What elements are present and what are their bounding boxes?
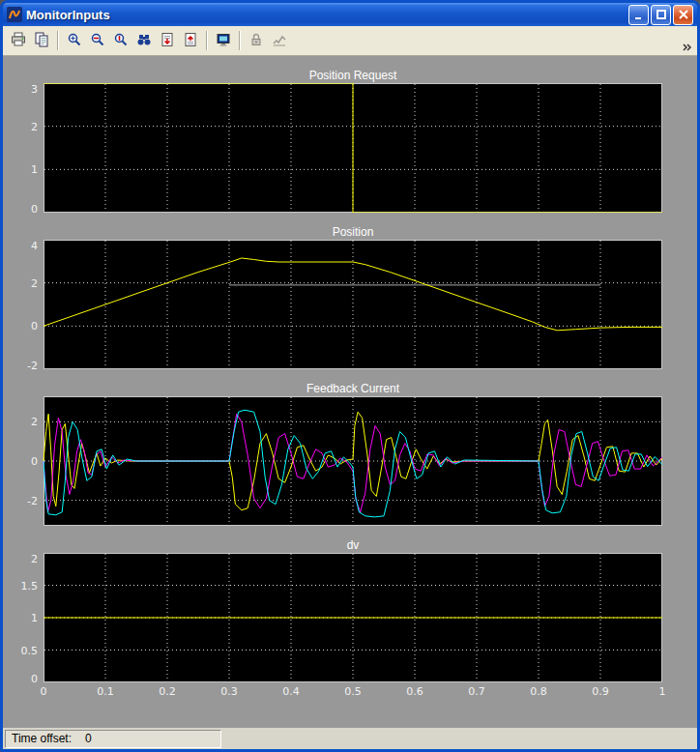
floating-scope-icon bbox=[216, 32, 231, 50]
chart-title: Position bbox=[44, 224, 662, 240]
titlebar[interactable]: MonitorInputs bbox=[3, 3, 697, 26]
window-title: MonitorInputs bbox=[26, 8, 625, 22]
svg-text:2: 2 bbox=[31, 416, 38, 428]
svg-text:0.5: 0.5 bbox=[344, 685, 362, 698]
chart-title: Position Request bbox=[44, 68, 662, 83]
minimize-button[interactable] bbox=[628, 5, 649, 25]
svg-text:1: 1 bbox=[31, 612, 38, 624]
svg-text:0: 0 bbox=[31, 673, 38, 685]
save-axes-settings-icon bbox=[160, 32, 175, 50]
chart-title: dv bbox=[44, 537, 662, 553]
signal-selection-icon bbox=[272, 32, 287, 50]
svg-text:0.3: 0.3 bbox=[220, 685, 238, 698]
time-offset-panel: Time offset: 0 bbox=[5, 730, 221, 748]
svg-text:0: 0 bbox=[41, 685, 47, 698]
zoom-x-axis-button[interactable] bbox=[86, 29, 109, 52]
svg-text:-2: -2 bbox=[27, 495, 38, 507]
time-offset-value: 0 bbox=[85, 732, 92, 745]
toolbar-separator bbox=[57, 31, 59, 50]
svg-text:0.7: 0.7 bbox=[468, 685, 485, 698]
print-icon bbox=[11, 32, 26, 50]
toolbar-overflow-chevron[interactable] bbox=[683, 41, 694, 52]
simulink-scope-icon bbox=[7, 7, 22, 22]
chart-feedback-current: Feedback Current -202 bbox=[9, 381, 697, 526]
zoom-y-axis-icon bbox=[113, 32, 129, 50]
status-bar: Time offset: 0 bbox=[3, 727, 697, 749]
chart-title: Feedback Current bbox=[44, 381, 662, 396]
restore-axes-settings-button[interactable] bbox=[179, 29, 202, 52]
svg-text:0: 0 bbox=[31, 203, 38, 213]
svg-text:1: 1 bbox=[659, 685, 666, 698]
figure-area: Position Request 0123 Position -2024 Fee… bbox=[3, 56, 697, 727]
zoom-button[interactable] bbox=[63, 29, 86, 52]
svg-text:2: 2 bbox=[31, 121, 38, 133]
restore-axes-settings-icon bbox=[183, 32, 198, 50]
close-button[interactable] bbox=[673, 5, 693, 25]
print-button[interactable] bbox=[7, 29, 30, 52]
svg-text:1: 1 bbox=[31, 163, 38, 176]
toolbar-separator bbox=[206, 31, 208, 50]
svg-text:2: 2 bbox=[31, 277, 38, 290]
scope-window: MonitorInputs bbox=[0, 0, 700, 752]
svg-text:0.2: 0.2 bbox=[159, 685, 176, 698]
svg-text:3: 3 bbox=[31, 83, 38, 96]
svg-text:0.5: 0.5 bbox=[21, 645, 39, 657]
window-controls bbox=[628, 5, 693, 25]
svg-text:0.9: 0.9 bbox=[592, 685, 609, 698]
time-offset-label: Time offset: bbox=[12, 732, 72, 745]
maximize-button[interactable] bbox=[651, 5, 671, 25]
chart-position: Position -2024 bbox=[9, 224, 697, 369]
save-axes-settings-button[interactable] bbox=[156, 29, 179, 52]
zoom-x-axis-icon bbox=[90, 32, 105, 50]
plot-position-request[interactable]: 0123 bbox=[9, 83, 674, 213]
svg-text:4: 4 bbox=[31, 240, 38, 252]
toolbar bbox=[3, 26, 697, 56]
svg-text:0: 0 bbox=[31, 320, 38, 333]
plot-dv[interactable]: 00.511.5200.10.20.30.40.50.60.70.80.91 bbox=[9, 553, 674, 698]
floating-scope-button[interactable] bbox=[212, 29, 235, 52]
svg-text:0.1: 0.1 bbox=[97, 685, 114, 698]
autoscale-binoculars-icon bbox=[136, 32, 152, 50]
svg-text:0: 0 bbox=[31, 455, 38, 468]
lock-axes-button[interactable] bbox=[245, 29, 268, 52]
autoscale-button[interactable] bbox=[132, 29, 156, 52]
zoom-y-axis-button[interactable] bbox=[109, 29, 132, 52]
signal-selection-button[interactable] bbox=[268, 29, 291, 52]
svg-text:2: 2 bbox=[31, 553, 38, 565]
parameters-button[interactable] bbox=[30, 29, 53, 52]
chart-position-request: Position Request 0123 bbox=[9, 68, 697, 213]
plot-position[interactable]: -2024 bbox=[9, 240, 674, 369]
chart-dv: dv 00.511.5200.10.20.30.40.50.60.70.80.9… bbox=[9, 537, 697, 698]
svg-text:0.6: 0.6 bbox=[406, 685, 423, 698]
zoom-icon bbox=[67, 32, 82, 50]
lock-icon bbox=[248, 32, 264, 50]
svg-text:0.8: 0.8 bbox=[530, 685, 547, 698]
svg-text:0.4: 0.4 bbox=[282, 685, 300, 698]
svg-text:1.5: 1.5 bbox=[21, 580, 39, 593]
toolbar-separator bbox=[239, 31, 241, 50]
plot-feedback-current[interactable]: -202 bbox=[9, 396, 674, 526]
svg-text:-2: -2 bbox=[27, 360, 38, 369]
parameters-icon bbox=[34, 32, 49, 50]
